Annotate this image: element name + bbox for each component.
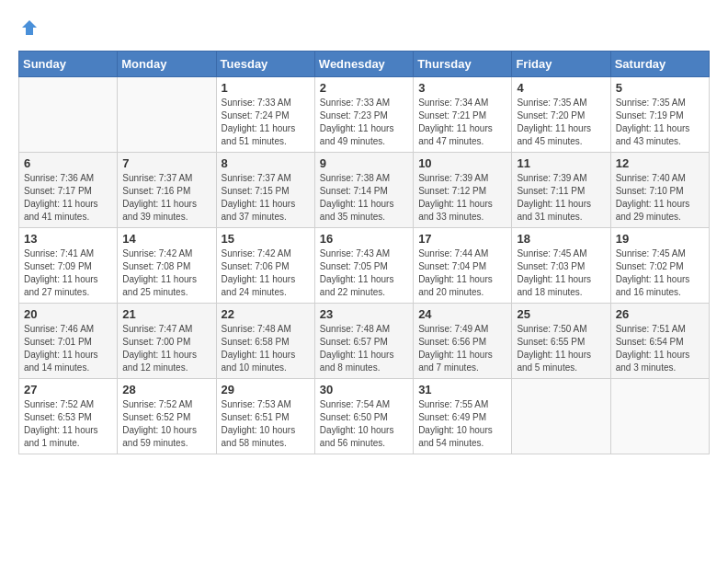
day-info: Sunrise: 7:42 AMSunset: 7:06 PMDaylight:… xyxy=(222,247,310,299)
weekday-header-friday: Friday xyxy=(512,52,610,77)
day-info: Sunrise: 7:46 AMSunset: 7:01 PMDaylight:… xyxy=(24,323,112,374)
day-info: Sunrise: 7:52 AMSunset: 6:53 PMDaylight:… xyxy=(24,398,112,450)
day-info: Sunrise: 7:45 AMSunset: 7:03 PMDaylight:… xyxy=(517,247,605,299)
day-number: 20 xyxy=(24,307,112,321)
calendar-cell: 9Sunrise: 7:38 AMSunset: 7:14 PMDaylight… xyxy=(314,153,413,228)
calendar-cell: 5Sunrise: 7:35 AMSunset: 7:19 PMDaylight… xyxy=(610,77,709,153)
calendar-cell: 8Sunrise: 7:37 AMSunset: 7:15 PMDaylight… xyxy=(216,153,314,228)
day-number: 4 xyxy=(517,81,605,95)
calendar-week-1: 1Sunrise: 7:33 AMSunset: 7:24 PMDaylight… xyxy=(19,77,710,153)
calendar-cell: 11Sunrise: 7:39 AMSunset: 7:11 PMDayligh… xyxy=(512,153,610,228)
day-info: Sunrise: 7:52 AMSunset: 6:52 PMDaylight:… xyxy=(122,398,210,450)
calendar-cell: 23Sunrise: 7:48 AMSunset: 6:57 PMDayligh… xyxy=(314,304,413,379)
day-number: 10 xyxy=(418,156,506,170)
day-number: 22 xyxy=(222,307,310,321)
calendar-cell xyxy=(118,77,216,153)
day-info: Sunrise: 7:35 AMSunset: 7:19 PMDaylight:… xyxy=(616,97,704,148)
calendar-header-row: SundayMondayTuesdayWednesdayThursdayFrid… xyxy=(19,52,710,77)
day-info: Sunrise: 7:55 AMSunset: 6:49 PMDaylight:… xyxy=(418,398,506,450)
day-info: Sunrise: 7:44 AMSunset: 7:04 PMDaylight:… xyxy=(418,247,506,299)
calendar-cell: 19Sunrise: 7:45 AMSunset: 7:02 PMDayligh… xyxy=(610,228,709,304)
calendar-cell: 27Sunrise: 7:52 AMSunset: 6:53 PMDayligh… xyxy=(19,379,118,454)
calendar-cell: 3Sunrise: 7:34 AMSunset: 7:21 PMDaylight… xyxy=(414,77,512,153)
day-number: 1 xyxy=(222,81,310,95)
day-number: 29 xyxy=(222,383,310,396)
calendar-cell: 15Sunrise: 7:42 AMSunset: 7:06 PMDayligh… xyxy=(216,228,314,304)
day-info: Sunrise: 7:54 AMSunset: 6:50 PMDaylight:… xyxy=(320,398,408,450)
calendar-week-2: 6Sunrise: 7:36 AMSunset: 7:17 PMDaylight… xyxy=(19,153,710,228)
day-info: Sunrise: 7:36 AMSunset: 7:17 PMDaylight:… xyxy=(24,172,112,224)
calendar-cell: 21Sunrise: 7:47 AMSunset: 7:00 PMDayligh… xyxy=(118,304,216,379)
calendar-week-4: 20Sunrise: 7:46 AMSunset: 7:01 PMDayligh… xyxy=(19,304,710,379)
calendar-cell: 13Sunrise: 7:41 AMSunset: 7:09 PMDayligh… xyxy=(19,228,118,304)
day-number: 18 xyxy=(517,232,605,246)
calendar-cell: 24Sunrise: 7:49 AMSunset: 6:56 PMDayligh… xyxy=(414,304,512,379)
day-info: Sunrise: 7:48 AMSunset: 6:58 PMDaylight:… xyxy=(222,323,310,374)
weekday-header-sunday: Sunday xyxy=(19,52,118,77)
day-info: Sunrise: 7:42 AMSunset: 7:08 PMDaylight:… xyxy=(122,247,210,299)
day-number: 27 xyxy=(24,383,112,396)
calendar-cell xyxy=(610,379,709,454)
day-number: 2 xyxy=(320,81,408,95)
calendar-cell: 30Sunrise: 7:54 AMSunset: 6:50 PMDayligh… xyxy=(314,379,413,454)
calendar-cell: 12Sunrise: 7:40 AMSunset: 7:10 PMDayligh… xyxy=(610,153,709,228)
calendar-week-3: 13Sunrise: 7:41 AMSunset: 7:09 PMDayligh… xyxy=(19,228,710,304)
calendar-cell: 7Sunrise: 7:37 AMSunset: 7:16 PMDaylight… xyxy=(118,153,216,228)
calendar-cell: 18Sunrise: 7:45 AMSunset: 7:03 PMDayligh… xyxy=(512,228,610,304)
day-number: 13 xyxy=(24,232,112,246)
day-info: Sunrise: 7:33 AMSunset: 7:23 PMDaylight:… xyxy=(320,97,408,148)
calendar-cell: 20Sunrise: 7:46 AMSunset: 7:01 PMDayligh… xyxy=(19,304,118,379)
page-header xyxy=(9,9,719,46)
day-info: Sunrise: 7:53 AMSunset: 6:51 PMDaylight:… xyxy=(222,398,310,450)
day-number: 31 xyxy=(418,383,506,396)
day-number: 21 xyxy=(122,307,210,321)
day-info: Sunrise: 7:37 AMSunset: 7:16 PMDaylight:… xyxy=(122,172,210,224)
day-number: 3 xyxy=(418,81,506,95)
day-number: 19 xyxy=(616,232,704,246)
day-info: Sunrise: 7:37 AMSunset: 7:15 PMDaylight:… xyxy=(222,172,310,224)
day-number: 28 xyxy=(122,383,210,396)
calendar-cell: 25Sunrise: 7:50 AMSunset: 6:55 PMDayligh… xyxy=(512,304,610,379)
day-info: Sunrise: 7:38 AMSunset: 7:14 PMDaylight:… xyxy=(320,172,408,224)
day-number: 5 xyxy=(616,81,704,95)
logo-icon xyxy=(20,18,39,37)
day-number: 7 xyxy=(122,156,210,170)
calendar-cell: 4Sunrise: 7:35 AMSunset: 7:20 PMDaylight… xyxy=(512,77,610,153)
calendar-cell: 2Sunrise: 7:33 AMSunset: 7:23 PMDaylight… xyxy=(314,77,413,153)
calendar-cell: 22Sunrise: 7:48 AMSunset: 6:58 PMDayligh… xyxy=(216,304,314,379)
day-info: Sunrise: 7:39 AMSunset: 7:12 PMDaylight:… xyxy=(418,172,506,224)
calendar-cell: 14Sunrise: 7:42 AMSunset: 7:08 PMDayligh… xyxy=(118,228,216,304)
day-number: 8 xyxy=(222,156,310,170)
logo xyxy=(18,18,39,41)
day-info: Sunrise: 7:47 AMSunset: 7:00 PMDaylight:… xyxy=(122,323,210,374)
calendar-cell: 29Sunrise: 7:53 AMSunset: 6:51 PMDayligh… xyxy=(216,379,314,454)
calendar-cell: 26Sunrise: 7:51 AMSunset: 6:54 PMDayligh… xyxy=(610,304,709,379)
day-number: 6 xyxy=(24,156,112,170)
day-number: 14 xyxy=(122,232,210,246)
day-number: 24 xyxy=(418,307,506,321)
day-info: Sunrise: 7:51 AMSunset: 6:54 PMDaylight:… xyxy=(616,323,704,374)
day-info: Sunrise: 7:45 AMSunset: 7:02 PMDaylight:… xyxy=(616,247,704,299)
day-info: Sunrise: 7:40 AMSunset: 7:10 PMDaylight:… xyxy=(616,172,704,224)
day-info: Sunrise: 7:33 AMSunset: 7:24 PMDaylight:… xyxy=(222,97,310,148)
weekday-header-tuesday: Tuesday xyxy=(216,52,314,77)
day-number: 25 xyxy=(517,307,605,321)
calendar-cell: 10Sunrise: 7:39 AMSunset: 7:12 PMDayligh… xyxy=(414,153,512,228)
day-number: 23 xyxy=(320,307,408,321)
day-info: Sunrise: 7:43 AMSunset: 7:05 PMDaylight:… xyxy=(320,247,408,299)
calendar-cell xyxy=(19,77,118,153)
weekday-header-monday: Monday xyxy=(118,52,216,77)
logo-text xyxy=(18,18,39,41)
calendar-cell: 28Sunrise: 7:52 AMSunset: 6:52 PMDayligh… xyxy=(118,379,216,454)
calendar-cell: 6Sunrise: 7:36 AMSunset: 7:17 PMDaylight… xyxy=(19,153,118,228)
day-info: Sunrise: 7:41 AMSunset: 7:09 PMDaylight:… xyxy=(24,247,112,299)
calendar-cell xyxy=(512,379,610,454)
weekday-header-saturday: Saturday xyxy=(610,52,709,77)
svg-marker-0 xyxy=(22,20,37,35)
day-number: 30 xyxy=(320,383,408,396)
day-number: 15 xyxy=(222,232,310,246)
day-number: 9 xyxy=(320,156,408,170)
day-number: 12 xyxy=(616,156,704,170)
day-info: Sunrise: 7:39 AMSunset: 7:11 PMDaylight:… xyxy=(517,172,605,224)
day-info: Sunrise: 7:35 AMSunset: 7:20 PMDaylight:… xyxy=(517,97,605,148)
